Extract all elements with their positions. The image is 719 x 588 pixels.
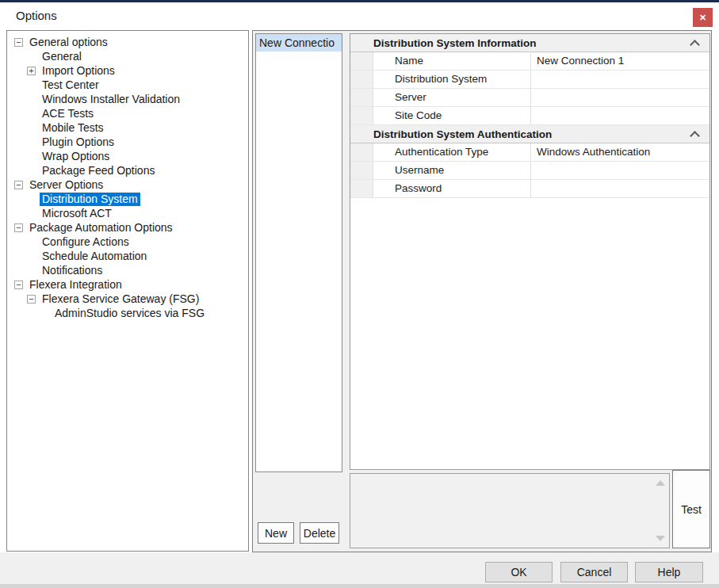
tree-item[interactable]: Schedule Automation <box>7 249 248 263</box>
tree-item-label: Package Automation Options <box>27 221 175 235</box>
collapse-box-icon[interactable]: − <box>14 281 23 289</box>
property-value-field[interactable] <box>531 107 709 124</box>
property-label: Username <box>373 162 531 179</box>
property-value-field[interactable]: Windows Authentication <box>531 143 709 161</box>
window-bottom-edge <box>0 584 719 588</box>
row-gutter <box>350 107 373 124</box>
list-item[interactable]: New Connectio <box>256 34 342 52</box>
section-title: Distribution System Information <box>350 37 691 49</box>
tree-item-label: Test Center <box>40 78 101 92</box>
row-gutter <box>350 89 373 106</box>
tree-item[interactable]: −Flexera Service Gateway (FSG) <box>7 292 248 306</box>
tree-item-label: Import Options <box>40 64 117 78</box>
scroll-down-icon[interactable] <box>656 536 665 541</box>
chevron-up-icon[interactable] <box>690 131 700 141</box>
tree-item-label: ACE Tests <box>40 107 96 120</box>
close-icon: ✕ <box>699 13 706 23</box>
property-value-field[interactable] <box>531 89 709 106</box>
tree-item-label: AdminStudio services via FSG <box>52 307 207 320</box>
tree-item-label: Wrap Options <box>40 150 112 163</box>
tree-item[interactable]: Plugin Options <box>7 135 248 149</box>
property-value-field[interactable] <box>531 180 709 197</box>
delete-button[interactable]: Delete <box>300 522 339 544</box>
tree-item-label: Distribution System <box>40 193 140 206</box>
property-row: Password <box>350 180 709 198</box>
collapse-box-icon[interactable]: − <box>14 38 23 47</box>
tree-item[interactable]: Wrap Options <box>7 149 248 163</box>
tree-item[interactable]: AdminStudio services via FSG <box>7 306 248 320</box>
property-label: Password <box>373 180 531 197</box>
row-gutter <box>350 180 373 197</box>
tree-item[interactable]: +Import Options <box>7 63 248 78</box>
tree-item[interactable]: Test Center <box>7 78 248 92</box>
property-row: NameNew Connection 1 <box>350 52 709 71</box>
chevron-up-icon[interactable] <box>690 40 700 50</box>
property-row: Server <box>350 89 709 107</box>
property-value-field[interactable] <box>531 162 709 179</box>
tree-item-label: General options <box>27 36 110 49</box>
tree-item[interactable]: −Server Options <box>7 178 248 192</box>
footer: OK Cancel Help <box>0 552 719 584</box>
ok-button[interactable]: OK <box>485 562 553 582</box>
connection-list[interactable]: New Connectio <box>255 33 342 472</box>
tree-item-label: Mobile Tests <box>40 121 106 135</box>
new-button[interactable]: New <box>258 522 294 544</box>
expand-box-icon[interactable]: + <box>27 67 36 75</box>
tree-item[interactable]: Package Feed Options <box>7 163 248 178</box>
tree-item[interactable]: General <box>7 49 248 63</box>
property-grid: Distribution System InformationNameNew C… <box>350 33 710 470</box>
row-gutter <box>350 52 373 70</box>
help-button[interactable]: Help <box>635 562 703 582</box>
row-gutter <box>350 143 373 161</box>
row-gutter <box>350 71 373 88</box>
section-header[interactable]: Distribution System Information <box>350 34 709 52</box>
tree-item[interactable]: Configure Actions <box>7 235 248 249</box>
tree-item[interactable]: −Flexera Integration <box>7 277 248 292</box>
tree-item-label: Flexera Integration <box>27 278 124 292</box>
titlebar: Options ✕ <box>0 2 719 30</box>
test-button[interactable]: Test <box>672 470 710 548</box>
options-dialog: Options ✕ −General optionsGeneral+Import… <box>0 0 719 588</box>
distribution-system-panel: New Connectio New Delete Distribution Sy… <box>252 30 712 552</box>
collapse-box-icon[interactable]: − <box>14 223 23 232</box>
tree-item-label: Schedule Automation <box>40 250 149 263</box>
test-output-box <box>350 473 670 548</box>
property-value-field[interactable] <box>531 71 709 88</box>
section-title: Distribution System Authentication <box>350 128 691 140</box>
tree-item[interactable]: −General options <box>7 35 248 49</box>
row-gutter <box>350 162 373 179</box>
tree-item-label: Package Feed Options <box>40 164 157 178</box>
collapse-box-icon[interactable]: − <box>27 295 36 304</box>
tree-item-label: General <box>40 50 84 63</box>
property-value-field[interactable]: New Connection 1 <box>531 52 709 70</box>
tree-item-label: Plugin Options <box>40 136 117 149</box>
tree-item[interactable]: Distribution System <box>7 192 248 206</box>
close-button[interactable]: ✕ <box>693 8 713 27</box>
property-row: Site Code <box>350 107 709 125</box>
collapse-box-icon[interactable]: − <box>14 181 23 189</box>
section-header[interactable]: Distribution System Authentication <box>350 125 709 143</box>
tree-item-label: Microsoft ACT <box>40 207 114 220</box>
tree-item[interactable]: ACE Tests <box>7 106 248 120</box>
tree-item[interactable]: Microsoft ACT <box>7 206 248 220</box>
tree-item[interactable]: Windows Installer Validation <box>7 92 248 106</box>
tree-item-label: Windows Installer Validation <box>40 93 182 106</box>
window-title: Options <box>16 2 57 29</box>
tree-item-label: Flexera Service Gateway (FSG) <box>40 292 201 306</box>
property-row: Distribution System <box>350 71 709 89</box>
cancel-button[interactable]: Cancel <box>560 562 628 582</box>
tree-item[interactable]: −Package Automation Options <box>7 220 248 235</box>
tree-item-label: Server Options <box>27 178 105 192</box>
tree-item[interactable]: Notifications <box>7 263 248 277</box>
property-label: Server <box>373 89 531 106</box>
options-tree: −General optionsGeneral+Import OptionsTe… <box>6 30 249 552</box>
property-row: Authentication TypeWindows Authenticatio… <box>350 143 709 162</box>
property-label: Name <box>373 52 531 70</box>
scroll-up-icon[interactable] <box>656 480 665 486</box>
tree-item[interactable]: Mobile Tests <box>7 120 248 135</box>
property-label: Site Code <box>373 107 531 124</box>
property-label: Authentication Type <box>373 143 531 161</box>
property-label: Distribution System <box>373 71 531 88</box>
property-row: Username <box>350 162 709 180</box>
tree-item-label: Notifications <box>40 264 105 277</box>
